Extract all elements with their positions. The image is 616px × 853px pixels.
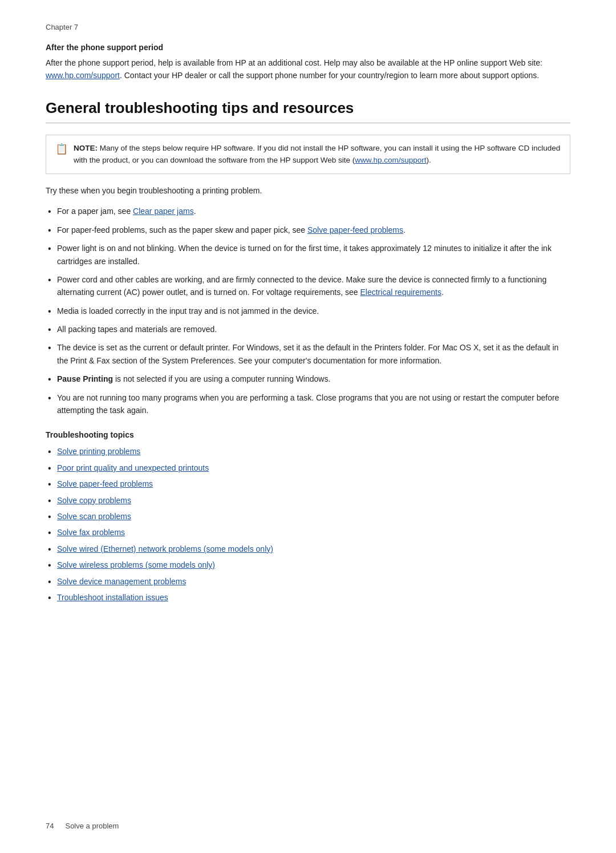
troubleshoot-installation-link[interactable]: Troubleshoot installation issues xyxy=(57,591,168,604)
topic-7: Solve wired (Ethernet) network problems … xyxy=(46,543,570,555)
solve-paper-feed-problems-link[interactable]: Solve paper-feed problems xyxy=(57,478,153,490)
bullet-8: Pause Printing is not selected if you ar… xyxy=(46,373,570,385)
bullet-7-text: The device is set as the current or defa… xyxy=(57,341,570,367)
bullet-list: For a paper jam, see Clear paper jams. F… xyxy=(46,205,570,417)
footer: 74 Solve a problem xyxy=(46,822,570,830)
bullet-6: All packing tapes and materials are remo… xyxy=(46,323,570,335)
solve-paper-feed-link-inline[interactable]: Solve paper-feed problems xyxy=(307,225,403,235)
solve-wired-network-link[interactable]: Solve wired (Ethernet) network problems … xyxy=(57,543,273,555)
footer-page: 74 xyxy=(46,822,54,830)
note-icon: 📋 xyxy=(55,143,68,155)
topic-8: Solve wireless problems (some models onl… xyxy=(46,559,570,571)
topic-4: Solve copy problems xyxy=(46,494,570,507)
troubleshooting-topics-heading: Troubleshooting topics xyxy=(46,430,570,439)
bullet-6-text: All packing tapes and materials are remo… xyxy=(57,323,217,335)
topic-1: Solve printing problems xyxy=(46,445,570,458)
solve-wireless-problems-link[interactable]: Solve wireless problems (some models onl… xyxy=(57,559,215,571)
troubleshooting-topics-section: Troubleshooting topics Solve printing pr… xyxy=(46,430,570,604)
solve-fax-problems-link[interactable]: Solve fax problems xyxy=(57,526,125,539)
bullet-2: For paper-feed problems, such as the pap… xyxy=(46,224,570,236)
pause-printing-bold: Pause Printing xyxy=(57,374,113,383)
electrical-requirements-link[interactable]: Electrical requirements xyxy=(360,288,441,297)
after-phone-text-2: . Contact your HP dealer or call the sup… xyxy=(120,71,539,80)
poor-print-quality-link[interactable]: Poor print quality and unexpected printo… xyxy=(57,462,209,474)
note-label: NOTE: xyxy=(74,144,100,152)
bullet-5: Media is loaded correctly in the input t… xyxy=(46,305,570,317)
clear-paper-jams-link[interactable]: Clear paper jams xyxy=(133,207,194,216)
note-text-2: ). xyxy=(427,156,431,164)
bullet-4-text: Power cord and other cables are working,… xyxy=(57,273,570,299)
note-text-1: Many of the steps below require HP softw… xyxy=(74,144,560,165)
bullet-7: The device is set as the current or defa… xyxy=(46,341,570,367)
after-phone-section: After the phone support period After the… xyxy=(46,43,570,82)
bullet-3: Power light is on and not blinking. When… xyxy=(46,242,570,268)
section-divider xyxy=(46,123,570,123)
bullet-3-text: Power light is on and not blinking. When… xyxy=(57,242,570,268)
bullet-5-text: Media is loaded correctly in the input t… xyxy=(57,305,319,317)
note-content: NOTE: Many of the steps below require HP… xyxy=(74,142,561,167)
bullet-1: For a paper jam, see Clear paper jams. xyxy=(46,205,570,217)
bullet-9-text: You are not running too many programs wh… xyxy=(57,391,570,417)
bullet-2-text: For paper-feed problems, such as the pap… xyxy=(57,224,406,236)
after-phone-body: After the phone support period, help is … xyxy=(46,56,570,82)
footer-section: Solve a problem xyxy=(65,822,119,830)
bullet-4: Power cord and other cables are working,… xyxy=(46,273,570,299)
solve-scan-problems-link[interactable]: Solve scan problems xyxy=(57,510,131,523)
bullet-8-text: Pause Printing is not selected if you ar… xyxy=(57,373,330,385)
topic-6: Solve fax problems xyxy=(46,526,570,539)
note-box: 📋 NOTE: Many of the steps below require … xyxy=(46,135,570,174)
topic-3: Solve paper-feed problems xyxy=(46,478,570,490)
solve-copy-problems-link[interactable]: Solve copy problems xyxy=(57,494,131,507)
hp-support-link-2[interactable]: www.hp.com/support xyxy=(355,156,426,164)
chapter-label: Chapter 7 xyxy=(46,23,570,31)
after-phone-heading: After the phone support period xyxy=(46,43,570,52)
topics-list: Solve printing problems Poor print quali… xyxy=(46,445,570,604)
topic-2: Poor print quality and unexpected printo… xyxy=(46,462,570,474)
topic-9: Solve device management problems xyxy=(46,575,570,588)
topic-10: Troubleshoot installation issues xyxy=(46,591,570,604)
main-heading: General troubleshooting tips and resourc… xyxy=(46,99,570,117)
topic-5: Solve scan problems xyxy=(46,510,570,523)
intro-text: Try these when you begin troubleshooting… xyxy=(46,184,570,197)
bullet-1-text: For a paper jam, see Clear paper jams. xyxy=(57,205,196,217)
solve-device-management-link[interactable]: Solve device management problems xyxy=(57,575,186,588)
bullet-9: You are not running too many programs wh… xyxy=(46,391,570,417)
hp-support-link-1[interactable]: www.hp.com/support xyxy=(46,71,120,80)
after-phone-text-1: After the phone support period, help is … xyxy=(46,58,542,67)
solve-printing-problems-link[interactable]: Solve printing problems xyxy=(57,445,140,458)
